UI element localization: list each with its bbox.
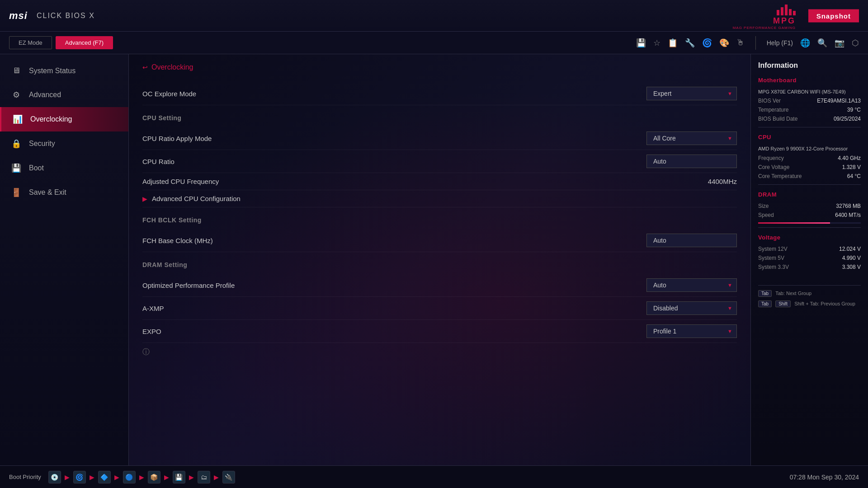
mpg-text: MPG (773, 16, 796, 26)
core-temperature-row: Core Temperature 64 °C (758, 172, 861, 181)
info-circle-icon: ⓘ (142, 347, 737, 357)
profile-icon[interactable]: 📋 (668, 38, 678, 48)
temperature-row: Temperature 39 °C (758, 105, 861, 114)
cpu-section-title: CPU (758, 134, 861, 141)
header: msi CLICK BIOS X MPG MAG PERFORMANCE GAM… (0, 0, 868, 32)
info-panel: Information Motherboard MPG X870E CARBON… (750, 54, 868, 465)
boot-arrow-7: ▶ (214, 474, 219, 481)
cpu-ratio-apply-mode-select[interactable]: All Core Per Core (646, 131, 737, 145)
mpg-subtitle: MAG PERFORMANCE GAMING (733, 26, 796, 30)
boot-device-1: 💿 (48, 471, 61, 483)
toolbar-icons: 💾 ☆ 📋 🔧 🌀 🎨 🖱 Help (F1) 🌐 🔍 📷 ⬡ (636, 36, 859, 50)
cpu-ratio-apply-mode-label: CPU Ratio Apply Mode (142, 135, 212, 142)
camera-icon[interactable]: 📷 (835, 38, 844, 48)
expand-arrow-icon: ▶ (142, 195, 147, 202)
sidebar-label-system-status: System Status (29, 67, 75, 75)
a-xmp-row: A-XMP Disabled Profile 1 Profile 2 (142, 297, 737, 320)
cpu2-icon[interactable]: 🖱 (736, 38, 745, 47)
sidebar-label-boot: Boot (29, 164, 44, 172)
cpu-freq-label: Frequency (758, 155, 784, 161)
dram-speed-value: 6400 MT/s (835, 212, 861, 218)
motherboard-section-title: Motherboard (758, 77, 861, 84)
cpu-ratio-apply-mode-row: CPU Ratio Apply Mode All Core Per Core (142, 127, 737, 150)
temperature-label: Temperature (758, 107, 788, 113)
bottom-bar: Boot Priority 💿 ▶ 🌀 ▶ 🔷 ▶ 🔵 ▶ 📦 ▶ 💾 ▶ 🗂 … (0, 465, 868, 488)
bios-build-date-value: 09/25/2024 (834, 116, 861, 122)
oc-explore-mode-dropdown-wrapper: Expert Auto Normal (646, 87, 737, 100)
snapshot-button[interactable]: Snapshot (808, 9, 859, 22)
a-xmp-select[interactable]: Disabled Profile 1 Profile 2 (646, 301, 737, 315)
oc-explore-mode-select[interactable]: Expert Auto Normal (646, 87, 737, 100)
sidebar-item-system-status[interactable]: 🖥 System Status (0, 59, 128, 83)
exit-icon[interactable]: ⬡ (852, 38, 859, 48)
advanced-cpu-config-label: Advanced CPU Configuration (152, 195, 241, 202)
bios-build-date-label: BIOS Build Date (758, 116, 797, 122)
expo-row: EXPO Profile 1 Disabled Profile 2 (142, 320, 737, 343)
bios-ver-row: BIOS Ver E7E49AMSI.1A13 (758, 96, 861, 105)
dram-speed-row: Speed 6400 MT/s (758, 211, 861, 220)
sidebar-item-save-exit[interactable]: 🚪 Save & Exit (0, 180, 128, 205)
boot-device-3: 🔷 (98, 471, 111, 483)
fch-base-clock-label: FCH Base Clock (MHz) (142, 237, 213, 244)
sidebar-label-overclocking: Overclocking (30, 115, 72, 123)
advanced-icon: ⚙ (11, 90, 22, 100)
sidebar-item-boot[interactable]: 💾 Boot (0, 156, 128, 180)
boot-arrow-3: ▶ (114, 474, 119, 481)
motherboard-model-row: MPG X870E CARBON WIFI (MS-7E49) (758, 87, 861, 96)
dram-speed-label: Speed (758, 212, 774, 218)
expo-select[interactable]: Profile 1 Disabled Profile 2 (646, 324, 737, 338)
boot-device-6: 💾 (173, 471, 185, 483)
boot-device-2: 🌀 (73, 471, 86, 483)
expo-dropdown-wrapper: Profile 1 Disabled Profile 2 (646, 324, 737, 338)
boot-device-4: 🔵 (123, 471, 136, 483)
ez-mode-button[interactable]: EZ Mode (9, 36, 52, 49)
fch-bclk-section: FCH BCLK Setting (142, 216, 737, 224)
save-exit-icon: 🚪 (11, 188, 22, 197)
help-button[interactable]: Help (F1) (767, 39, 793, 47)
optimized-performance-profile-row: Optimized Performance Profile Auto Profi… (142, 274, 737, 297)
fan-icon[interactable]: 🌀 (702, 38, 712, 48)
bios-ver-label: BIOS Ver (758, 98, 781, 104)
a-xmp-label: A-XMP (142, 305, 164, 312)
boot-icon: 💾 (11, 163, 22, 173)
language-icon[interactable]: 🌐 (800, 38, 810, 48)
tab-shortcut-row: Tab Tab: Next Group (758, 289, 861, 298)
boot-priority-label: Boot Priority (9, 474, 41, 480)
temperature-value: 39 °C (847, 107, 861, 113)
boot-device-7: 🗂 (198, 471, 210, 483)
tab-shortcut-label: Tab: Next Group (775, 291, 811, 296)
sidebar-item-security[interactable]: 🔒 Security (0, 131, 128, 156)
breadcrumb-back-icon[interactable]: ↩ (142, 64, 148, 71)
oc-icon[interactable]: 🔧 (685, 38, 695, 48)
voltage-section-title: Voltage (758, 234, 861, 241)
rgb-icon[interactable]: 🎨 (719, 38, 729, 48)
sys33v-row: System 3.3V 3.308 V (758, 263, 861, 272)
fch-base-clock-value[interactable]: Auto (646, 234, 737, 247)
msi-logo: msi (9, 10, 28, 22)
shift-tab-key-badge: Tab (758, 300, 772, 307)
cpu-freq-value: 4.40 GHz (838, 155, 861, 161)
cpu-ratio-value[interactable]: Auto (646, 155, 737, 168)
info-panel-title: Information (758, 61, 861, 70)
system-status-icon: 🖥 (11, 66, 22, 75)
cpu-setting-section: CPU Setting (142, 114, 737, 122)
optimized-performance-profile-select[interactable]: Auto Profile 1 Profile 2 (646, 278, 737, 292)
boot-arrow-2: ▶ (90, 474, 94, 481)
advanced-cpu-config-row[interactable]: ▶ Advanced CPU Configuration (142, 190, 737, 207)
bios-build-date-row: BIOS Build Date 09/25/2024 (758, 114, 861, 123)
boot-arrow-4: ▶ (139, 474, 144, 481)
sys12v-label: System 12V (758, 246, 788, 252)
star-icon[interactable]: ☆ (653, 38, 660, 48)
sys33v-label: System 3.3V (758, 264, 789, 270)
shift-tab-shortcut-label: Shift + Tab: Previous Group (794, 301, 855, 306)
sidebar-item-advanced[interactable]: ⚙ Advanced (0, 83, 128, 107)
sys5v-label: System 5V (758, 255, 784, 261)
favorites-icon[interactable]: 💾 (636, 38, 646, 48)
fch-base-clock-row: FCH Base Clock (MHz) Auto (142, 229, 737, 252)
core-voltage-label: Core Voltage (758, 164, 789, 170)
search-icon[interactable]: 🔍 (817, 38, 827, 48)
boot-arrow-1: ▶ (65, 474, 70, 481)
sys12v-row: System 12V 12.024 V (758, 244, 861, 253)
advanced-mode-button[interactable]: Advanced (F7) (56, 36, 113, 49)
sidebar-item-overclocking[interactable]: 📊 Overclocking (0, 107, 128, 131)
